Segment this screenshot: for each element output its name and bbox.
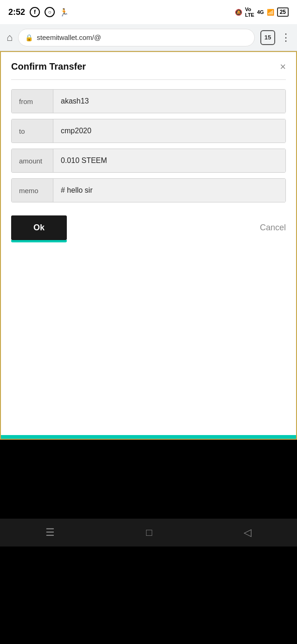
button-row: Ok Cancel (11, 215, 286, 249)
ok-button[interactable]: Ok (11, 215, 67, 240)
address-bar[interactable]: 🔒 steemitwallet.com/@ (18, 29, 255, 46)
lock-icon: 🔒 (25, 34, 33, 41)
instagram-icon: ○ (45, 7, 55, 17)
to-value: cmp2020 (53, 119, 285, 143)
amount-value: 0.010 STEEM (53, 149, 285, 172)
status-time: 2:52 (8, 7, 25, 17)
to-row: to cmp2020 (11, 119, 286, 143)
dialog-title: Confirm Transfer (11, 61, 86, 72)
browser-bar: ⌂ 🔒 steemitwallet.com/@ 15 ⋮ (0, 24, 297, 51)
divider (11, 79, 286, 80)
home-nav-icon[interactable]: □ (146, 527, 152, 539)
status-right: 🔕 VoLTE 4G 📶 25 (235, 7, 289, 18)
signal-bars-icon: 📶 (267, 9, 274, 16)
memo-label: memo (12, 179, 53, 202)
amount-label: amount (12, 149, 53, 172)
notification-icon: 🏃 (59, 8, 69, 17)
menu-dots-icon[interactable]: ⋮ (281, 32, 291, 44)
cancel-button[interactable]: Cancel (260, 223, 286, 233)
from-value: akash13 (53, 90, 285, 113)
home-icon[interactable]: ⌂ (6, 32, 13, 44)
back-nav-icon[interactable]: ◁ (244, 527, 252, 539)
network-icon: 4G (257, 9, 264, 15)
navigation-bar: ☰ □ ◁ (0, 519, 297, 546)
status-bar: 2:52 f ○ 🏃 🔕 VoLTE 4G 📶 25 (0, 0, 297, 24)
from-row: from akash13 (11, 89, 286, 113)
facebook-icon: f (30, 7, 40, 17)
signal-text: VoLTE (245, 7, 254, 18)
content-area: Confirm Transfer × from akash13 to cmp20… (0, 51, 297, 440)
teal-bar-bottom (1, 435, 296, 439)
from-label: from (12, 90, 53, 113)
white-space (1, 259, 296, 435)
to-label: to (12, 119, 53, 143)
battery-indicator: 25 (277, 7, 289, 17)
confirm-transfer-dialog: Confirm Transfer × from akash13 to cmp20… (1, 52, 296, 259)
memo-row: memo # hello sir (11, 178, 286, 202)
dialog-header: Confirm Transfer × (11, 61, 286, 72)
memo-value: # hello sir (53, 179, 285, 202)
close-button[interactable]: × (280, 62, 286, 72)
status-left: 2:52 f ○ 🏃 (8, 7, 69, 17)
hamburger-nav-icon[interactable]: ☰ (45, 527, 55, 539)
black-area: ☰ □ ◁ (0, 440, 297, 560)
amount-row: amount 0.010 STEEM (11, 149, 286, 173)
tab-count[interactable]: 15 (260, 30, 275, 45)
address-text: steemitwallet.com/@ (37, 33, 101, 41)
bell-icon: 🔕 (235, 9, 242, 16)
